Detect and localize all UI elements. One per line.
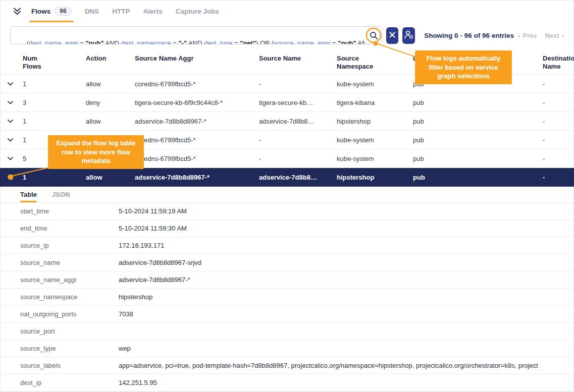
clear-filter-button[interactable] bbox=[386, 27, 398, 44]
prev-label: Prev bbox=[523, 32, 537, 39]
top-tab-bar: Flows 96 DNS HTTP Alerts bbox=[0, 0, 574, 22]
detail-tab-label: Table bbox=[20, 191, 37, 198]
top-tab[interactable]: Capture Jobs bbox=[176, 0, 219, 22]
prev-page-button[interactable]: ‹ Prev bbox=[518, 32, 537, 39]
filter-query-input[interactable]: (dest_name_aggr = "pub" AND dest_namespa… bbox=[10, 26, 382, 44]
cell-action: allow bbox=[83, 174, 132, 181]
top-tab[interactable]: Alerts bbox=[143, 0, 162, 22]
detail-fields: start_time 5-10-2024 11:59:19 AM end_tim… bbox=[0, 203, 574, 391]
detail-field-row: start_time 5-10-2024 11:59:19 AM bbox=[0, 203, 574, 220]
cell-source-name: adservice-7d8b8… bbox=[256, 118, 334, 125]
row-expand-chevron-icon[interactable] bbox=[0, 138, 20, 142]
query-token: "pub" bbox=[338, 39, 356, 45]
tab-label: DNS bbox=[85, 8, 99, 15]
cell-source-namespace: kube-system bbox=[334, 155, 410, 162]
row-expand-chevron-icon[interactable] bbox=[0, 120, 20, 123]
user-settings-button[interactable] bbox=[402, 27, 415, 44]
query-token: dest_name_aggr bbox=[29, 39, 78, 45]
detail-field-row: source_labels app=adservice, pci=true, p… bbox=[0, 357, 574, 374]
column-header: Source Name Aggr bbox=[132, 54, 256, 63]
cell-num-flows: 1 bbox=[20, 80, 83, 88]
cell-dest-name-aggr: pub bbox=[410, 155, 540, 162]
detail-tabs: Table JSON bbox=[0, 187, 574, 203]
query-token: AND bbox=[104, 39, 121, 45]
flow-logs-panel: Flows 96 DNS HTTP Alerts bbox=[0, 0, 574, 392]
pagination: ‹ Prev Next › bbox=[518, 32, 564, 39]
table-row[interactable]: 3 deny tigera-secure-kb-6f9c9c44c8-* tig… bbox=[0, 93, 574, 112]
cell-source-name: adservice-7d8b8… bbox=[256, 174, 334, 181]
query-token: = bbox=[330, 39, 338, 45]
detail-field-row: source_ip 172.16.193.171 bbox=[0, 237, 574, 254]
tab-label: Alerts bbox=[143, 8, 162, 15]
column-header: Source Namespace bbox=[334, 54, 410, 71]
row-expand-chevron-icon[interactable] bbox=[0, 82, 20, 86]
field-value: adservice-7d8b8d8967-* bbox=[119, 276, 574, 284]
cell-action: allow bbox=[83, 118, 132, 125]
cell-destination-name: - bbox=[540, 174, 574, 181]
next-page-button[interactable]: Next › bbox=[545, 32, 564, 39]
field-key: start_time bbox=[20, 207, 119, 215]
cell-num-flows: 1 bbox=[20, 174, 83, 181]
cell-num-flows: 3 bbox=[20, 99, 83, 106]
table-row[interactable]: 1 allow adservice-7d8b8d8967-* adservice… bbox=[0, 168, 574, 187]
detail-field-row: end_time 5-10-2024 11:59:30 AM bbox=[0, 220, 574, 237]
next-label: Next bbox=[545, 32, 559, 39]
field-value: 5-10-2024 11:59:30 AM bbox=[119, 225, 574, 232]
detail-field-row: source_namespace hipstershop bbox=[0, 289, 574, 306]
table-row[interactable]: 1 allow adservice-7d8b8d8967-* adservice… bbox=[0, 112, 574, 131]
field-key: source_labels bbox=[20, 362, 119, 369]
cell-destination-name: - bbox=[540, 80, 574, 88]
field-key: source_namespace bbox=[20, 293, 119, 301]
field-key: source_port bbox=[20, 327, 119, 335]
field-value: 7038 bbox=[119, 310, 574, 318]
tab-count-badge: 96 bbox=[55, 7, 71, 16]
query-token: dest_namespace bbox=[121, 39, 171, 45]
tab-label: HTTP bbox=[112, 8, 130, 15]
detail-field-row: source_type wep bbox=[0, 340, 574, 357]
field-key: nat_outgoing_ports bbox=[20, 310, 119, 318]
column-header: Action bbox=[83, 54, 132, 63]
cell-source-name-aggr: coredns-6799fbcd5-* bbox=[132, 80, 256, 88]
field-value: hipstershop bbox=[119, 293, 574, 301]
detail-tab[interactable]: JSON bbox=[52, 187, 70, 202]
cell-dest-name-aggr: pub bbox=[410, 99, 540, 106]
row-expand-chevron-icon[interactable] bbox=[0, 157, 20, 160]
row-expand-chevron-icon[interactable] bbox=[0, 176, 20, 179]
field-value: 172.16.193.171 bbox=[119, 242, 574, 249]
top-tabs: Flows 96 DNS HTTP Alerts bbox=[31, 0, 232, 22]
column-header: Source Name bbox=[256, 54, 334, 63]
detail-tab-label: JSON bbox=[52, 191, 70, 198]
search-icon[interactable] bbox=[366, 27, 382, 44]
cell-num-flows: 1 bbox=[20, 118, 83, 125]
field-value: adservice-7d8b8d8967-srjvd bbox=[119, 259, 574, 266]
cell-source-namespace: kube-system bbox=[334, 80, 410, 88]
field-key: source_name_aggr bbox=[20, 276, 119, 284]
cell-source-name-aggr: coredns-6799fbcd5-* bbox=[132, 155, 256, 162]
flow-table-body: 1 allow coredns-6799fbcd5-* - kube-syste… bbox=[0, 75, 574, 187]
close-icon bbox=[389, 32, 395, 39]
chevron-right-icon: › bbox=[562, 32, 564, 39]
query-token: source_name_aggr bbox=[274, 39, 330, 45]
cell-source-name-aggr: coredns-6799fbcd5-* bbox=[132, 136, 256, 144]
top-tab[interactable]: DNS bbox=[85, 0, 99, 22]
cell-source-namespace: tigera-kibana bbox=[334, 99, 410, 106]
cell-source-name: - bbox=[256, 155, 334, 162]
collapse-panel-icon[interactable] bbox=[13, 0, 21, 22]
cell-source-name-aggr: adservice-7d8b8d8967-* bbox=[132, 118, 256, 125]
filter-query-text: (dest_name_aggr = "pub" AND dest_namespa… bbox=[11, 26, 382, 44]
row-expand-chevron-icon[interactable] bbox=[0, 101, 20, 104]
cell-source-namespace: hipstershop bbox=[334, 174, 410, 181]
field-key: dest_ip bbox=[20, 379, 119, 386]
cell-dest-name-aggr: pub bbox=[410, 136, 540, 144]
detail-field-row: nat_outgoing_ports 7038 bbox=[0, 306, 574, 323]
query-token: = bbox=[171, 39, 179, 45]
cell-source-name: - bbox=[256, 80, 334, 88]
top-tab[interactable]: Flows 96 bbox=[31, 0, 72, 22]
cell-source-name-aggr: tigera-secure-kb-6f9c9c44c8-* bbox=[132, 99, 256, 106]
cell-source-namespace: kube-system bbox=[334, 136, 410, 144]
user-gear-icon bbox=[403, 30, 414, 41]
detail-tab[interactable]: Table bbox=[20, 187, 37, 202]
query-token: = bbox=[78, 39, 86, 45]
detail-field-row: dest_ip 142.251.5.95 bbox=[0, 374, 574, 391]
top-tab[interactable]: HTTP bbox=[112, 0, 130, 22]
